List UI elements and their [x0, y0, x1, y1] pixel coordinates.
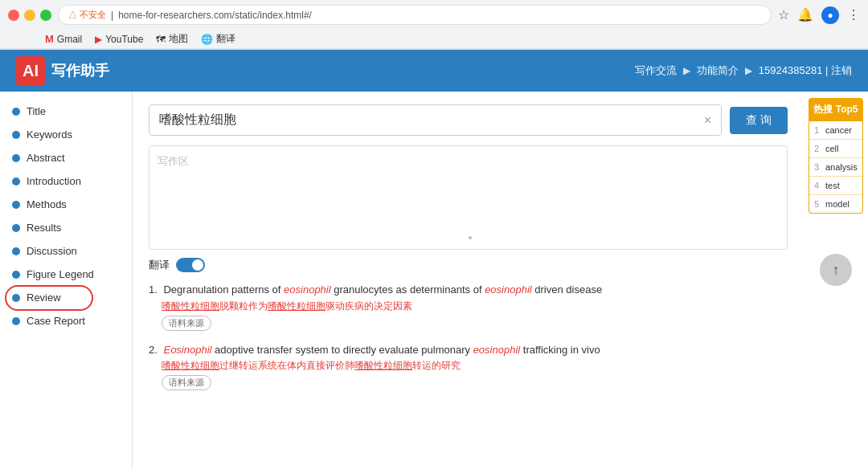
search-button[interactable]: 查 询 [730, 107, 788, 134]
sidebar-item-methods[interactable]: Methods [0, 193, 132, 216]
result-1-keyword1: eosinophil [284, 283, 331, 296]
browser-bookmarks: M Gmail ▶ YouTube 🗺 地图 🌐 翻译 [0, 30, 868, 49]
address-bar[interactable]: △ 不安全 | home-for-researchers.com/static/… [58, 5, 772, 25]
result-1-keyword2: eosinophil [485, 283, 532, 296]
sidebar-item-title[interactable]: Title [0, 100, 132, 123]
main-layout: Title Keywords Abstract Introduction Met… [0, 92, 868, 469]
nav-user-info[interactable]: 15924385281 | 注销 [759, 63, 852, 78]
sidebar-item-case-report[interactable]: Case Report [0, 309, 132, 332]
hot-num-1: 1 [814, 125, 822, 135]
gmail-icon: M [45, 33, 54, 45]
result-2-keyword2: eosinophil [473, 344, 521, 356]
dot-title [12, 108, 20, 116]
result-1-num: 1. [149, 283, 158, 296]
hot-item-2[interactable]: 2 cell [809, 140, 862, 158]
bookmark-translate[interactable]: 🌐 翻译 [201, 32, 235, 46]
dot-keywords [12, 131, 20, 139]
nav-arrow-2: ▶ [745, 65, 752, 76]
dot-introduction [12, 177, 20, 186]
sidebar-label-review: Review [27, 292, 61, 304]
hot-item-4[interactable]: 4 test [809, 177, 862, 195]
app-logo: AI 写作助手 [16, 56, 109, 85]
sidebar-label-abstract: Abstract [27, 152, 65, 164]
scroll-up-button[interactable]: ↑ [820, 254, 852, 286]
sidebar-label-methods: Methods [27, 198, 67, 210]
browser-titlebar: △ 不安全 | home-for-researchers.com/static/… [0, 0, 868, 30]
hot-text-2: cell [825, 144, 839, 153]
minimize-btn[interactable] [24, 10, 35, 21]
youtube-icon: ▶ [95, 34, 102, 45]
bookmark-maps[interactable]: 🗺 地图 [156, 32, 188, 46]
hot-num-3: 3 [814, 162, 822, 172]
nav-arrow-1: ▶ [683, 65, 690, 76]
maximize-btn[interactable] [40, 10, 51, 21]
dot-abstract [12, 154, 20, 162]
sidebar: Title Keywords Abstract Introduction Met… [0, 92, 133, 469]
writing-cursor-dot [469, 236, 472, 239]
hot-text-4: test [825, 181, 840, 190]
result-2-source[interactable]: 语料来源 [162, 375, 211, 390]
hot-num-5: 5 [814, 199, 822, 209]
dot-case-report [12, 317, 20, 325]
result-1-en: 1. Degranulation patterns of eosinophil … [149, 282, 788, 298]
search-clear-icon[interactable]: × [704, 113, 711, 128]
dot-review [12, 294, 20, 302]
sidebar-label-keywords: Keywords [27, 128, 72, 141]
app-name: 写作助手 [51, 61, 109, 80]
translate-toggle[interactable] [176, 258, 205, 272]
sidebar-item-introduction[interactable]: Introduction [0, 169, 132, 193]
search-query-text: 嗜酸性粒细胞 [159, 112, 236, 128]
content-area: 嗜酸性粒细胞 × 查 询 写作区 翻译 1. Degranulation pat… [133, 92, 804, 469]
sidebar-item-discussion[interactable]: Discussion [0, 239, 132, 263]
result-2-en: 2. Eosinophil adoptive transfer system t… [149, 342, 788, 358]
sidebar-item-abstract[interactable]: Abstract [0, 146, 132, 169]
hot-item-5[interactable]: 5 model [809, 195, 862, 213]
profile-icon[interactable]: ● [821, 6, 839, 24]
translate-label: 翻译 [149, 258, 170, 272]
sidebar-label-introduction: Introduction [27, 175, 81, 187]
hot-item-1[interactable]: 1 cancer [809, 121, 862, 140]
star-icon[interactable]: ☆ [778, 7, 789, 22]
result-2-keyword1: Eosinophil [163, 344, 211, 356]
hot-text-1: cancer [825, 125, 852, 135]
browser-chrome: △ 不安全 | home-for-researchers.com/static/… [0, 0, 868, 50]
browser-actions: ☆ 🔔 ● ⋮ [778, 6, 860, 24]
writing-area[interactable]: 写作区 [149, 145, 788, 250]
sidebar-item-results[interactable]: Results [0, 216, 132, 239]
result-2-translation: 嗜酸性粒细胞过继转运系统在体内直接评价肺嗜酸性粒细胞转运的研究 [162, 359, 788, 373]
sidebar-item-review[interactable]: Review [0, 286, 132, 309]
result-1-text: Degranulation patterns of eosinophil gra… [163, 283, 602, 296]
close-btn[interactable] [8, 10, 19, 21]
result-item-1: 1. Degranulation patterns of eosinophil … [149, 282, 788, 331]
menu-icon[interactable]: ⋮ [847, 7, 860, 22]
result-item-2: 2. Eosinophil adoptive transfer system t… [149, 342, 788, 391]
app-nav: 写作交流 ▶ 功能简介 ▶ 15924385281 | 注销 [635, 63, 852, 78]
hot-num-4: 4 [814, 181, 822, 190]
hot-item-3[interactable]: 3 analysis [809, 158, 862, 177]
sidebar-label-case-report: Case Report [27, 315, 85, 327]
search-bar: 嗜酸性粒细胞 × 查 询 [149, 104, 788, 136]
sidebar-item-figure-legend[interactable]: Figure Legend [0, 263, 132, 286]
result-1-source[interactable]: 语料来源 [162, 316, 211, 331]
translate-icon: 🌐 [201, 34, 213, 45]
result-2-num: 2. [149, 344, 158, 356]
writing-placeholder: 写作区 [158, 155, 189, 167]
hot-list: 1 cancer 2 cell 3 analysis 4 test 5 mode… [809, 121, 863, 214]
bookmark-gmail[interactable]: M Gmail [45, 33, 82, 45]
sidebar-label-title: Title [27, 105, 46, 117]
result-2-text: Eosinophil adoptive transfer system to d… [163, 344, 600, 356]
hot-text-3: analysis [825, 162, 858, 172]
nav-feature-intro[interactable]: 功能简介 [697, 63, 739, 78]
nav-writing-exchange[interactable]: 写作交流 [635, 63, 677, 78]
dot-results [12, 224, 20, 232]
bookmark-youtube[interactable]: ▶ YouTube [95, 34, 143, 45]
sidebar-item-keywords[interactable]: Keywords [0, 123, 132, 146]
search-input-wrap[interactable]: 嗜酸性粒细胞 × [149, 104, 722, 136]
app-header: AI 写作助手 写作交流 ▶ 功能简介 ▶ 15924385281 | 注销 [0, 50, 868, 92]
sidebar-label-results: Results [27, 222, 61, 234]
address-text: home-for-researchers.com/static/index.ht… [118, 10, 312, 21]
sidebar-label-figure-legend: Figure Legend [27, 268, 94, 280]
bell-icon[interactable]: 🔔 [797, 7, 813, 22]
security-warning: △ 不安全 [68, 9, 106, 21]
hot-text-5: model [825, 199, 850, 209]
